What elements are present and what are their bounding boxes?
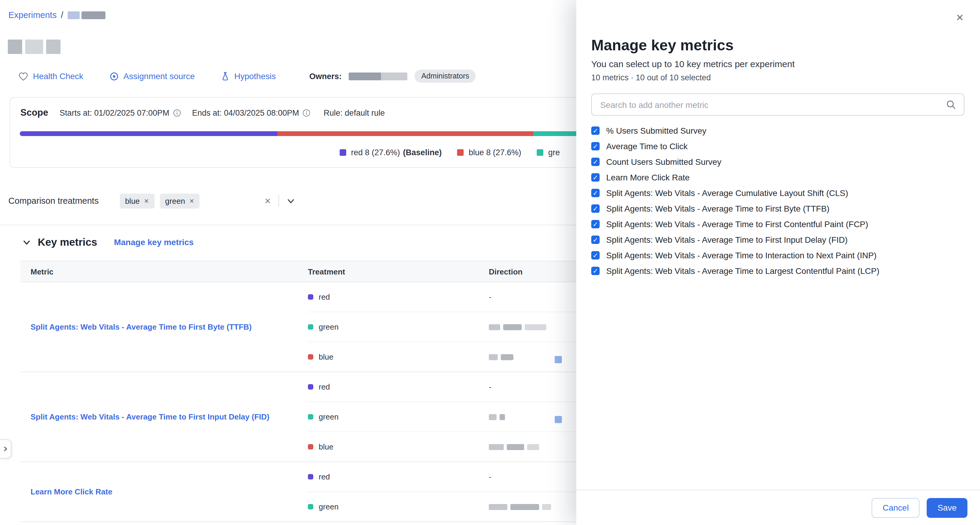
treatment-cell: red xyxy=(308,292,489,302)
metric-checkbox-row[interactable]: ✓Learn More Click Rate xyxy=(591,169,975,185)
breadcrumb-experiments-link[interactable]: Experiments xyxy=(8,10,57,20)
sidebar-expand-handle[interactable] xyxy=(0,439,11,458)
chip-remove-icon[interactable]: ✕ xyxy=(144,198,149,204)
hypothesis-link[interactable]: Hypothesis xyxy=(221,71,276,81)
metric-label: Split Agents: Web Vitals - Average Cumul… xyxy=(606,188,848,198)
treatment-chip[interactable]: green✕ xyxy=(160,193,199,208)
treatment-chip[interactable]: blue✕ xyxy=(119,193,154,208)
key-metrics-header: Key metrics Manage key metrics xyxy=(23,235,194,250)
chevron-down-icon[interactable] xyxy=(279,197,302,205)
column-header: Treatment xyxy=(308,267,489,276)
treatment-name: red xyxy=(319,292,330,302)
owners-group: Owners: Administrators xyxy=(309,70,476,83)
treatment-name: green xyxy=(319,322,339,332)
chip-remove-icon[interactable]: ✕ xyxy=(189,198,194,204)
metric-checkbox-row[interactable]: ✓Split Agents: Web Vitals - Average Time… xyxy=(591,247,975,263)
metric-checkbox-row[interactable]: ✓Split Agents: Web Vitals - Average Time… xyxy=(591,263,975,279)
metric-checkbox-row[interactable]: ✓Split Agents: Web Vitals - Average Time… xyxy=(591,216,975,232)
chip-label: blue xyxy=(125,196,140,205)
cancel-button[interactable]: Cancel xyxy=(872,498,920,517)
checkbox-checked-icon[interactable]: ✓ xyxy=(591,251,600,260)
assignment-source-link[interactable]: Assignment source xyxy=(110,71,195,81)
metric-checkbox-row[interactable]: ✓Split Agents: Web Vitals - Average Time… xyxy=(591,201,975,216)
legend-item: blue 8 (27.6%) xyxy=(457,148,522,157)
health-check-link[interactable]: Health Check xyxy=(19,71,83,81)
assignment-source-label: Assignment source xyxy=(123,71,195,81)
clear-selection-icon[interactable]: ✕ xyxy=(257,196,279,205)
metric-checkbox-row[interactable]: ✓Split Agents: Web Vitals - Average Cumu… xyxy=(591,185,975,201)
checkbox-checked-icon[interactable]: ✓ xyxy=(591,173,600,182)
manage-key-metrics-link[interactable]: Manage key metrics xyxy=(114,237,194,247)
metric-link[interactable]: Learn More Click Rate xyxy=(30,487,112,496)
metric-checkbox-row[interactable]: ✓% Users Submitted Survey xyxy=(591,123,975,139)
checkbox-checked-icon[interactable]: ✓ xyxy=(591,267,600,275)
checkbox-checked-icon[interactable]: ✓ xyxy=(591,236,600,244)
info-icon[interactable] xyxy=(303,109,310,116)
metric-checkbox-row[interactable]: ✓Count Users Submitted Survey xyxy=(591,154,975,169)
direction-value: - xyxy=(489,472,492,481)
treatment-cell: red xyxy=(308,382,489,391)
scope-bar-segment xyxy=(277,131,533,136)
scope-legend: red 8 (27.6%)(Baseline)blue 8 (27.6%)gre xyxy=(340,148,560,157)
hypothesis-label: Hypothesis xyxy=(234,71,276,81)
treatment-cell: blue xyxy=(308,353,489,361)
direction-value: - xyxy=(489,382,492,391)
redacted-value-block xyxy=(489,354,498,360)
metric-link[interactable]: Split Agents: Web Vitals - Average Time … xyxy=(30,412,269,421)
metric-label: Average Time to Click xyxy=(606,142,688,151)
redacted-change-badge xyxy=(555,416,562,423)
metric-cell: Learn More Click Rate xyxy=(21,462,308,522)
page-title-redacted xyxy=(8,40,60,54)
direction-value: - xyxy=(489,292,492,302)
panel-subtitle: You can select up to 10 key metrics per … xyxy=(591,59,795,69)
scope-starts-text: Starts at: 01/02/2025 07:00PM xyxy=(60,108,169,117)
legend-label: blue 8 (27.6%) xyxy=(469,148,522,157)
treatment-color-dot xyxy=(308,474,313,479)
metric-label: Split Agents: Web Vitals - Average Time … xyxy=(606,219,868,229)
metric-checkbox-row[interactable]: ✓Split Agents: Web Vitals - Average Time… xyxy=(591,232,975,247)
checkbox-checked-icon[interactable]: ✓ xyxy=(591,158,600,166)
metric-link[interactable]: Split Agents: Web Vitals - Average Time … xyxy=(30,322,251,332)
metric-search-input[interactable] xyxy=(592,100,946,109)
chip-label: green xyxy=(165,196,185,205)
checkbox-checked-icon[interactable]: ✓ xyxy=(591,204,600,213)
metric-label: Split Agents: Web Vitals - Average Time … xyxy=(606,266,879,276)
target-icon xyxy=(110,72,119,81)
redacted-block xyxy=(25,40,43,54)
treatment-color-dot xyxy=(308,414,313,420)
checkbox-checked-icon[interactable]: ✓ xyxy=(591,189,600,197)
comparison-select-controls: ✕ xyxy=(257,195,303,207)
checkbox-checked-icon[interactable]: ✓ xyxy=(591,142,600,150)
info-icon[interactable] xyxy=(173,109,181,116)
treatment-cell: green xyxy=(308,502,489,511)
redacted-value-block xyxy=(489,444,504,450)
metric-label: % Users Submitted Survey xyxy=(606,126,706,136)
breadcrumb-separator: / xyxy=(61,10,63,20)
redacted-value-block xyxy=(542,504,551,510)
redacted-block xyxy=(8,40,22,54)
scope-starts-at: Starts at: 01/02/2025 07:00PM xyxy=(60,108,181,117)
legend-swatch xyxy=(457,149,464,156)
owners-label: Owners: xyxy=(309,72,342,81)
checkbox-checked-icon[interactable]: ✓ xyxy=(591,126,600,135)
heart-icon xyxy=(19,72,28,81)
collapse-chevron-icon[interactable] xyxy=(23,238,30,246)
legend-item: gre xyxy=(537,148,560,157)
redacted-block xyxy=(67,11,80,19)
close-icon[interactable]: ✕ xyxy=(956,13,964,23)
save-button[interactable]: Save xyxy=(927,498,967,517)
flask-icon xyxy=(221,71,229,81)
legend-item: red 8 (27.6%)(Baseline) xyxy=(340,148,442,157)
treatment-name: blue xyxy=(319,353,333,361)
redacted-value-block xyxy=(500,414,505,420)
chevron-right-icon xyxy=(2,446,8,452)
metric-label: Split Agents: Web Vitals - Average Time … xyxy=(606,204,829,213)
comparison-treatments-row: Comparison treatments blue✕green✕ ✕ xyxy=(8,190,302,212)
redacted-change-badge xyxy=(555,356,562,363)
metric-cell: Split Agents: Web Vitals - Average Time … xyxy=(21,282,308,372)
legend-baseline-label: (Baseline) xyxy=(403,148,442,157)
treatment-color-dot xyxy=(308,354,313,360)
comparison-treatments-label: Comparison treatments xyxy=(8,196,99,206)
metric-checkbox-row[interactable]: ✓Average Time to Click xyxy=(591,139,975,154)
checkbox-checked-icon[interactable]: ✓ xyxy=(591,220,600,228)
